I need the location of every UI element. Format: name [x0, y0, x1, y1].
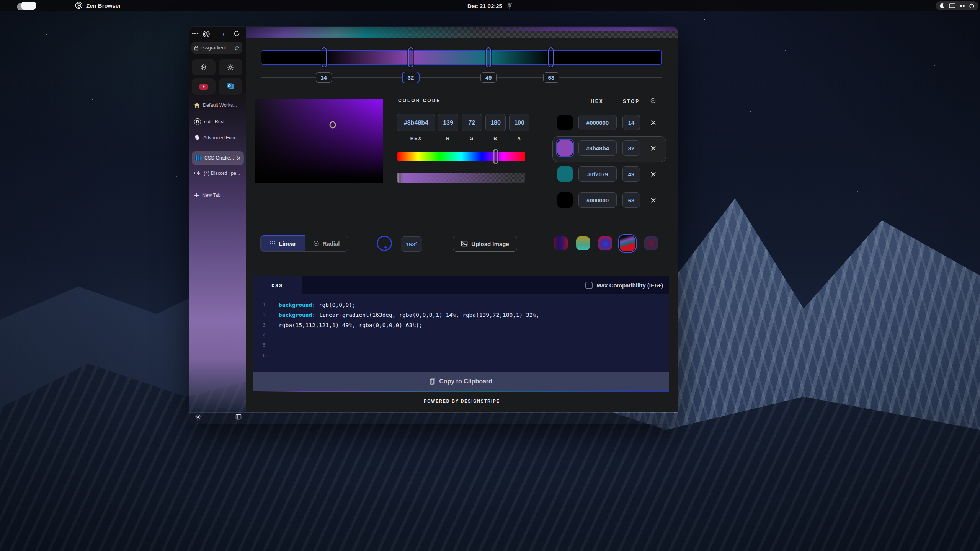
clock-menu[interactable]: Dec 21 02:25 [467, 0, 513, 11]
plus-icon [194, 193, 199, 198]
stop-position-input[interactable]: 14 [622, 115, 640, 130]
back-button[interactable]: ‹ [222, 30, 225, 38]
web-grid-icon [227, 64, 234, 71]
sidebar-tab-advanced-functions[interactable]: Advanced Func... [192, 133, 244, 142]
gradient-stop-handle[interactable] [486, 47, 491, 67]
radial-type-button[interactable]: Radial [305, 235, 348, 251]
url-bar[interactable]: cssgradient [191, 42, 242, 54]
close-tab-icon[interactable] [237, 156, 241, 160]
stop-color-swatch[interactable] [557, 166, 573, 182]
gradient-stop-handle[interactable] [548, 47, 554, 67]
clock-text: Dec 21 02:25 [467, 3, 502, 9]
stop-position-input[interactable]: 49 [622, 166, 640, 182]
stop-color-swatch[interactable] [557, 115, 573, 130]
gradient-editor-bar[interactable] [261, 50, 662, 65]
copy-to-clipboard-button[interactable]: Copy to Clipboard [253, 372, 669, 391]
stop-position-input[interactable]: 63 [622, 192, 640, 208]
linear-type-button[interactable]: Linear [261, 235, 305, 251]
stop-value-badge[interactable]: 63 [543, 72, 559, 83]
gradient-stop-handle[interactable] [322, 47, 327, 67]
stop-hex-input[interactable]: #8b48b4 [578, 140, 617, 156]
preset-gradient-swatch[interactable] [576, 236, 590, 250]
reload-button[interactable] [233, 30, 240, 37]
delete-stop-icon[interactable] [648, 115, 658, 130]
stop-value-badge[interactable]: 14 [316, 72, 332, 83]
angle-value[interactable]: 163° [401, 236, 422, 252]
compatibility-checkbox[interactable] [585, 282, 593, 289]
clipboard-icon [430, 378, 435, 385]
system-status-area[interactable] [936, 1, 978, 10]
hex-input[interactable]: #8b48b4 [397, 114, 435, 131]
sidebar-tab-discord[interactable]: (4) Discord | pe... [192, 169, 244, 178]
hue-slider[interactable] [397, 152, 525, 161]
max-compatibility-toggle[interactable]: Max Compatibility (IE6+) [585, 276, 663, 294]
stop-hex-input[interactable]: #000000 [578, 192, 617, 208]
hue-slider-handle[interactable] [493, 149, 498, 164]
preset-gradient-swatch[interactable] [644, 236, 658, 250]
delete-stop-icon[interactable] [648, 192, 658, 208]
stop-value-badge[interactable]: 49 [480, 72, 497, 83]
color-code-title: COLOR CODE [398, 98, 441, 103]
stop-color-swatch[interactable] [557, 192, 573, 208]
upload-image-button[interactable]: Upload Image [453, 236, 517, 252]
css-code-area[interactable]: 1background: rgb(0,0,0);2background: lin… [253, 294, 669, 372]
workspace-label: Default Works... [203, 103, 237, 108]
sidebar-toolbar: ••• ‹ [189, 30, 246, 39]
preset-gradient-swatch[interactable] [554, 236, 568, 250]
preset-gradient-swatch[interactable] [620, 236, 635, 251]
audio-bars-icon [194, 171, 201, 176]
controls-divider [362, 236, 362, 250]
css-tab[interactable]: css [253, 276, 302, 294]
alpha-input[interactable]: 100 [509, 114, 529, 131]
pinned-tab-youtube[interactable] [192, 78, 216, 95]
settings-gear-icon[interactable] [194, 414, 201, 420]
stop-position-input[interactable]: 32 [622, 140, 640, 156]
bookmark-star-icon[interactable] [234, 45, 240, 51]
gnome-top-bar: Zen Browser Dec 21 02:25 [0, 0, 980, 11]
pinned-tab-chatgpt[interactable] [192, 59, 216, 75]
stop-color-swatch[interactable] [557, 140, 573, 156]
delete-stop-icon[interactable] [648, 166, 658, 182]
network-display-icon [949, 3, 956, 8]
pinned-tab-web[interactable] [219, 59, 242, 75]
pinned-tab-outlook[interactable]: O [219, 78, 242, 95]
picker-cursor[interactable] [329, 121, 336, 128]
alpha-slider-handle[interactable] [397, 173, 402, 183]
stop-value-badge[interactable]: 32 [402, 72, 420, 83]
code-panel-header: css Max Compatibility (IE6+) [253, 276, 669, 294]
stop-hex-input[interactable]: #000000 [578, 115, 617, 130]
line-number: 6 [253, 353, 266, 358]
focused-app-menu[interactable]: Zen Browser [75, 2, 121, 9]
add-stop-icon[interactable] [650, 98, 656, 103]
designstripe-link[interactable]: DESIGNSTRIPE [461, 399, 500, 403]
youtube-icon [199, 84, 208, 90]
sidebar-tab-rust[interactable]: R std - Rust [192, 117, 244, 126]
compatibility-label: Max Compatibility (IE6+) [596, 282, 663, 289]
delete-stop-icon[interactable] [648, 140, 658, 156]
workspace-switcher[interactable]: Default Works... [192, 101, 244, 110]
menu-dots-icon[interactable]: ••• [192, 30, 199, 37]
angle-dial[interactable] [377, 236, 392, 251]
page-content: 14324963 COLOR CODE #8b48b4 139 72 180 1… [246, 27, 678, 412]
blue-input[interactable]: 180 [485, 114, 506, 131]
new-tab-label: New Tab [202, 192, 220, 198]
site-footer: POWERED BY DESIGNSTRIPE [246, 399, 678, 403]
hex-label: HEX [397, 136, 435, 141]
line-number: 3 [253, 323, 266, 328]
sidebar-tab-css-gradient-active[interactable]: CSS Gradie... [192, 151, 244, 165]
home-icon [194, 103, 200, 108]
new-tab-button[interactable]: New Tab [192, 191, 244, 200]
red-input[interactable]: 139 [438, 114, 458, 131]
preset-gradient-swatch[interactable] [598, 236, 612, 250]
saturation-value-picker[interactable] [255, 99, 383, 183]
line-number: 2 [253, 312, 266, 318]
gradient-underline [253, 391, 669, 392]
sidebar-panel-icon[interactable] [235, 414, 242, 420]
stop-hex-input[interactable]: #0f7079 [578, 166, 617, 182]
cssgradient-favicon [195, 155, 202, 161]
code-line: 5 [253, 340, 669, 350]
alpha-slider[interactable] [397, 173, 525, 183]
zen-home-icon[interactable] [203, 30, 210, 38]
gradient-stop-handle[interactable] [408, 47, 413, 67]
green-input[interactable]: 72 [462, 114, 482, 131]
